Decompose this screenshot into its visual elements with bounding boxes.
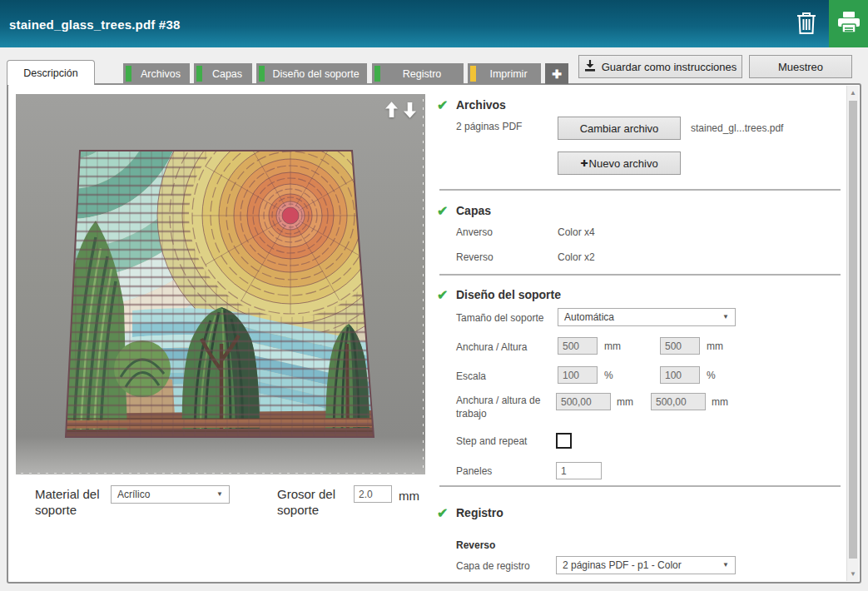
section-title-registro: Registro bbox=[456, 506, 503, 519]
scale-x-input[interactable] bbox=[558, 366, 598, 384]
description-panel: Material del soporte Acrílico ▼ Grosor d… bbox=[7, 83, 861, 584]
printer-icon bbox=[837, 12, 861, 37]
step-and-repeat-checkbox[interactable] bbox=[556, 433, 572, 449]
work-height-unit: mm bbox=[712, 396, 728, 408]
tab-archivos[interactable]: Archivos bbox=[123, 63, 190, 84]
registration-layer-select[interactable]: 2 páginas PDF - p1 - Color ▼ bbox=[556, 556, 736, 574]
sampling-label: Muestreo bbox=[778, 61, 823, 73]
check-icon: ✔ bbox=[437, 505, 448, 521]
tab-diseno-label: Diseño del soporte bbox=[272, 68, 359, 80]
tab-status-indicator bbox=[470, 66, 476, 82]
page-up-button[interactable] bbox=[385, 102, 398, 118]
vertical-scrollbar[interactable]: ▲ ▼ bbox=[846, 86, 859, 581]
check-icon: ✔ bbox=[437, 97, 448, 113]
plus-icon: ✚ bbox=[580, 158, 588, 169]
job-title: stained_glass_trees.pdf #38 bbox=[9, 17, 181, 31]
chevron-down-icon: ▼ bbox=[722, 562, 729, 569]
tab-registro[interactable]: Registro bbox=[372, 63, 464, 84]
down-arrow-icon bbox=[404, 102, 416, 118]
tab-imprimir-label: Imprimir bbox=[489, 68, 527, 80]
preview-image bbox=[16, 94, 425, 474]
work-width-input[interactable] bbox=[556, 393, 611, 410]
thickness-unit: mm bbox=[399, 489, 419, 503]
sampling-button[interactable]: Muestreo bbox=[749, 55, 852, 78]
title-bar: stained_glass_trees.pdf #38 bbox=[0, 0, 868, 47]
print-button[interactable] bbox=[829, 0, 868, 47]
registro-side-label: Reverso bbox=[456, 539, 495, 551]
check-icon: ✔ bbox=[437, 287, 448, 303]
material-select[interactable]: Acrílico ▼ bbox=[111, 485, 230, 504]
change-file-label: Cambiar archivo bbox=[580, 122, 659, 135]
chevron-down-icon: ▼ bbox=[722, 314, 729, 320]
tab-archivos-label: Archivos bbox=[141, 68, 181, 80]
scale-label: Escala bbox=[456, 370, 486, 384]
layer-row-label: Reverso bbox=[456, 251, 494, 265]
width-unit: mm bbox=[604, 340, 621, 352]
new-file-button[interactable]: ✚ Nuevo archivo bbox=[558, 151, 681, 175]
material-value: Acrílico bbox=[117, 489, 150, 500]
app-window: { "titlebar": { "title": "stained_glass_… bbox=[0, 0, 868, 591]
check-icon: ✔ bbox=[437, 203, 448, 219]
layer-row-value: Color x4 bbox=[558, 226, 595, 238]
height-unit: mm bbox=[707, 340, 723, 352]
scale-y-input[interactable] bbox=[660, 366, 700, 384]
tab-capas[interactable]: Capas bbox=[194, 63, 252, 84]
tab-imprimir[interactable]: Imprimir bbox=[468, 63, 541, 84]
work-width-unit: mm bbox=[617, 396, 633, 408]
pages-label: 2 páginas PDF bbox=[456, 121, 522, 134]
filename-text: stained_gl...trees.pdf bbox=[691, 122, 783, 134]
scale-y-unit: % bbox=[707, 370, 716, 381]
media-size-value: Automática bbox=[564, 311, 614, 323]
registration-layer-value: 2 páginas PDF - p1 - Color bbox=[563, 559, 682, 571]
job-preview bbox=[16, 94, 425, 474]
layer-row-label: Anverso bbox=[456, 226, 493, 240]
thickness-input[interactable] bbox=[354, 485, 392, 503]
download-icon bbox=[584, 60, 596, 74]
add-tab-button[interactable]: ✚ bbox=[545, 63, 568, 84]
scale-x-unit: % bbox=[604, 370, 613, 381]
height-input[interactable] bbox=[660, 337, 700, 355]
scroll-up-button[interactable]: ▲ bbox=[847, 87, 859, 99]
material-label: Material del soporte bbox=[35, 487, 110, 519]
section-divider bbox=[439, 189, 841, 191]
section-title-archivos: Archivos bbox=[456, 98, 506, 112]
delete-job-button[interactable] bbox=[787, 0, 826, 47]
tab-registro-label: Registro bbox=[403, 68, 442, 80]
section-title-diseno: Diseño del soporte bbox=[456, 288, 561, 301]
settings-column: ✔ Archivos 2 páginas PDF Cambiar archivo… bbox=[433, 85, 853, 582]
tab-status-indicator bbox=[126, 66, 131, 82]
work-size-label: Anchura / altura de trabajo bbox=[456, 395, 552, 420]
plus-icon: ✚ bbox=[552, 67, 562, 81]
panels-input[interactable] bbox=[556, 462, 602, 479]
scrollbar-thumb[interactable] bbox=[849, 101, 857, 559]
scroll-down-button[interactable]: ▼ bbox=[847, 568, 859, 580]
media-size-label: Tamaño del soporte bbox=[456, 312, 543, 325]
width-height-label: Anchura / Altura bbox=[456, 341, 527, 355]
trash-icon bbox=[796, 10, 817, 38]
section-divider bbox=[439, 485, 841, 487]
tab-status-indicator bbox=[374, 66, 380, 82]
tab-capas-label: Capas bbox=[212, 68, 242, 80]
save-as-instructions-label: Guardar como instrucciones bbox=[602, 61, 737, 73]
save-as-instructions-button[interactable]: Guardar como instrucciones bbox=[578, 55, 742, 78]
section-divider bbox=[439, 274, 841, 276]
step-and-repeat-label: Step and repeat bbox=[456, 435, 527, 449]
work-height-input[interactable] bbox=[651, 393, 706, 410]
change-file-button[interactable]: Cambiar archivo bbox=[558, 117, 681, 140]
page-down-button[interactable] bbox=[404, 102, 416, 118]
up-arrow-icon bbox=[385, 102, 398, 118]
chevron-down-icon: ▼ bbox=[216, 491, 223, 498]
panels-label: Paneles bbox=[456, 465, 492, 479]
section-title-capas: Capas bbox=[456, 204, 491, 217]
preview-edge-dashes bbox=[21, 473, 420, 474]
tab-diseno-del-soporte[interactable]: Diseño del soporte bbox=[256, 63, 367, 84]
layer-row-value: Color x2 bbox=[558, 251, 595, 263]
tab-status-indicator bbox=[259, 66, 265, 82]
tab-descripcion[interactable]: Descripción bbox=[7, 60, 95, 85]
width-input[interactable] bbox=[558, 337, 598, 355]
media-size-select[interactable]: Automática ▼ bbox=[558, 308, 736, 326]
tab-status-indicator bbox=[196, 66, 202, 82]
preview-edge-dashes bbox=[423, 99, 424, 471]
registration-layer-label: Capa de registro bbox=[456, 560, 530, 574]
tab-descripcion-label: Descripción bbox=[23, 67, 77, 79]
